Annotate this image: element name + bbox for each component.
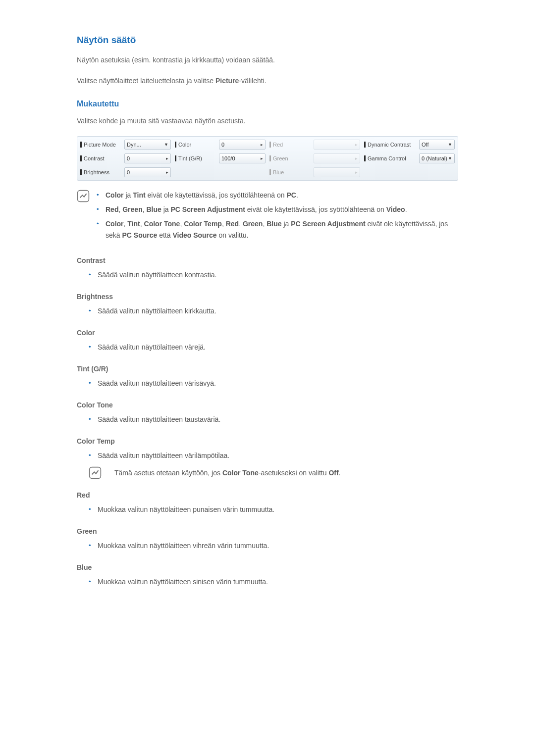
contrast-label: Contrast (84, 155, 122, 161)
text: Color Tone (144, 220, 180, 228)
color-temp-desc: Säädä valitun näyttölaitteen värilämpöti… (89, 450, 458, 461)
text: Color Temp (184, 220, 222, 228)
picture-mode-dropdown[interactable]: Dyn... ▼ (124, 140, 171, 150)
red-field: Red ▸ (269, 139, 360, 151)
text: , (180, 220, 184, 228)
color-label: Color (178, 142, 217, 148)
text: . (405, 205, 407, 213)
brightness-value: 0 (127, 169, 130, 175)
right-arrow-icon: ▸ (355, 142, 358, 147)
section-custom-paragraph: Valitse kohde ja muuta sitä vastaavaa nä… (77, 115, 458, 126)
color-heading: Color (77, 329, 458, 337)
tint-value: 100/0 (221, 155, 235, 161)
green-spinner: ▸ (314, 153, 360, 163)
text: Green (122, 205, 142, 213)
intro2-pre: Valitse näyttölaitteet laiteluettelosta … (77, 77, 215, 85)
red-heading: Red (77, 491, 458, 499)
intro-paragraph-1: Näytön asetuksia (esim. kontrastia ja ki… (77, 54, 458, 65)
text: -asetukseksi on valittu (259, 469, 329, 477)
brightness-field: Brightness 0 ▸ (80, 166, 171, 178)
text: että (157, 231, 172, 239)
brightness-desc: Säädä valitun näyttölaitteen kirkkautta. (89, 305, 458, 317)
text: Blue (267, 220, 281, 228)
dynamic-contrast-dropdown[interactable]: Off ▼ (419, 140, 455, 150)
note-item-2: Red, Green, Blue ja PC Screen Adjustment… (97, 204, 458, 215)
text: eivät ole käytettävissä, jos syöttölähte… (245, 205, 386, 213)
right-arrow-icon: ▸ (261, 156, 263, 161)
brightness-heading: Brightness (77, 293, 458, 301)
text: eivät ole käytettävissä, jos syöttölähte… (146, 191, 287, 199)
intro2-post: -välilehti. (239, 77, 266, 85)
brightness-spinner[interactable]: 0 ▸ (124, 167, 171, 177)
dynamic-contrast-value: Off (422, 142, 428, 148)
text: Blue (146, 205, 161, 213)
brightness-label: Brightness (84, 169, 122, 175)
text: Green (243, 220, 263, 228)
text: on valittu. (217, 231, 249, 239)
text: ja (124, 191, 133, 199)
chevron-down-icon: ▼ (164, 142, 168, 147)
note-item-1: Color ja Tint eivät ole käytettävissä, j… (97, 190, 458, 201)
note-item-3: Color, Tint, Color Tone, Color Temp, Red… (97, 218, 458, 241)
text: Tämä asetus otetaan käyttöön, jos (114, 469, 222, 477)
right-arrow-icon: ▸ (261, 142, 263, 147)
text: ja (161, 205, 171, 213)
chevron-down-icon: ▼ (448, 142, 452, 147)
contrast-spinner[interactable]: 0 ▸ (124, 153, 171, 163)
color-value: 0 (221, 142, 224, 148)
text: Off (328, 469, 338, 477)
intro2-bold: Picture (215, 77, 239, 85)
color-temp-heading: Color Temp (77, 437, 458, 445)
green-desc: Muokkaa valitun näyttölaitteen vihreän v… (89, 540, 458, 552)
red-label: Red (273, 142, 312, 148)
gamma-label: Gamma Control (368, 155, 417, 161)
blue-heading: Blue (77, 563, 458, 571)
blue-desc: Muokkaa valitun näyttölaitteen sinisen v… (89, 576, 458, 588)
settings-panel: Picture Mode Dyn... ▼ Color 0 ▸ Red ▸ Dy (77, 136, 458, 181)
gamma-dropdown[interactable]: 0 (Natural) ▼ (419, 153, 455, 163)
chevron-down-icon: ▼ (448, 156, 452, 161)
color-tone-heading: Color Tone (77, 401, 458, 409)
text: , (222, 220, 226, 228)
contrast-desc: Säädä valitun näyttölaitteen kontrastia. (89, 269, 458, 281)
text: Video Source (172, 231, 216, 239)
text: , (263, 220, 267, 228)
dynamic-contrast-field: Dynamic Contrast Off ▼ (364, 139, 455, 151)
text: , (239, 220, 243, 228)
text: Red (226, 220, 239, 228)
contrast-heading: Contrast (77, 256, 458, 264)
color-field: Color 0 ▸ (175, 139, 266, 151)
gamma-value: 0 (Natural) (422, 155, 447, 161)
text: PC Screen Adjustment (171, 205, 245, 213)
note-block: Color ja Tint eivät ole käytettävissä, j… (77, 190, 458, 244)
tint-spinner[interactable]: 100/0 ▸ (219, 153, 266, 163)
right-arrow-icon: ▸ (166, 170, 168, 175)
text: Video (386, 205, 405, 213)
tint-heading: Tint (G/R) (77, 365, 458, 373)
text: Color Tone (222, 469, 259, 477)
color-desc: Säädä valitun näyttölaitteen värejä. (89, 342, 458, 353)
note-icon (89, 466, 102, 479)
green-label: Green (273, 155, 312, 161)
contrast-field: Contrast 0 ▸ (80, 152, 171, 164)
color-spinner[interactable]: 0 ▸ (219, 140, 266, 150)
blue-spinner: ▸ (314, 167, 360, 177)
color-tone-desc: Säädä valitun näyttölaitteen taustaväriä… (89, 414, 458, 425)
red-spinner: ▸ (314, 140, 360, 150)
section-custom-heading: Mukautettu (77, 100, 458, 108)
blue-label: Blue (273, 169, 312, 175)
note-icon (77, 190, 90, 202)
right-arrow-icon: ▸ (166, 156, 168, 161)
green-field: Green ▸ (269, 152, 360, 164)
text: PC Source (122, 231, 157, 239)
red-desc: Muokkaa valitun näyttölaitteen punaisen … (89, 504, 458, 515)
text: Tint (133, 191, 145, 199)
page-title: Näytön säätö (77, 35, 458, 46)
text: ja (282, 220, 291, 228)
picture-mode-value: Dyn... (127, 142, 141, 148)
text: . (296, 191, 298, 199)
text: Color (106, 191, 124, 199)
text: Red (106, 205, 118, 213)
green-heading: Green (77, 527, 458, 535)
dynamic-contrast-label: Dynamic Contrast (368, 142, 417, 148)
